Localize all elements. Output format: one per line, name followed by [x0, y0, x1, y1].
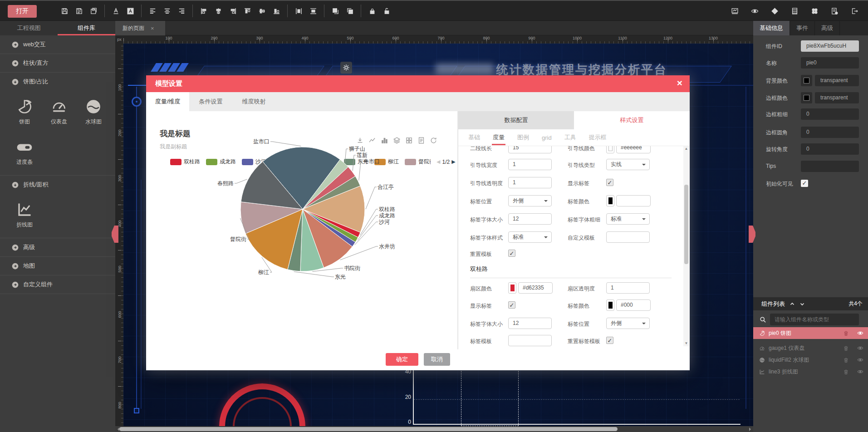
- properties-tab-基础信息[interactable]: 基础信息: [753, 21, 790, 35]
- components-button[interactable]: [809, 5, 820, 17]
- diamond-button[interactable]: [769, 5, 780, 17]
- confirm-button[interactable]: 确定: [386, 353, 418, 366]
- section-header-折线/面积[interactable]: 折线/面积: [0, 176, 115, 194]
- visibility-eye-icon[interactable]: [857, 357, 863, 363]
- left-panel-tab-组件库[interactable]: 组件库: [58, 21, 115, 35]
- delete-icon[interactable]: [843, 345, 849, 351]
- form-scrollbar-thumb[interactable]: [684, 185, 688, 264]
- input-标签字体大小[interactable]: 12: [508, 213, 552, 225]
- config-subtab-提示框[interactable]: 提示框: [588, 130, 608, 145]
- property-input-名称[interactable]: pie0: [801, 57, 859, 69]
- align-right-button[interactable]: [227, 5, 239, 17]
- select-标签字体样式[interactable]: 标准: [508, 231, 552, 243]
- config-subtab-图例[interactable]: 图例: [516, 130, 530, 145]
- visibility-eye-icon[interactable]: [857, 330, 863, 336]
- eye-button[interactable]: [749, 5, 760, 17]
- component-list-item-line3 折线图[interactable]: line3 折线图: [753, 366, 868, 378]
- page-tab[interactable]: 新的页面 ×: [115, 21, 165, 35]
- component-item-水球图[interactable]: 水球图: [76, 97, 111, 126]
- config-subtab-工具[interactable]: 工具: [564, 130, 577, 145]
- align-center-h-button[interactable]: [212, 5, 224, 17]
- exit-button[interactable]: [848, 5, 860, 17]
- checkbox-初始化可见[interactable]: ✓: [801, 180, 808, 187]
- input-标签字体大小[interactable]: 12: [508, 318, 552, 329]
- scrollbar-thumb[interactable]: [119, 427, 618, 431]
- input-标签颜色[interactable]: [616, 195, 651, 206]
- visibility-eye-icon[interactable]: [857, 345, 863, 351]
- input-扇区透明度[interactable]: 1: [606, 282, 650, 294]
- color-swatch-引导线颜色[interactable]: [606, 146, 614, 153]
- config-tab-数据配置[interactable]: 数据配置: [458, 111, 574, 129]
- config-subtab-基础[interactable]: 基础: [467, 130, 481, 145]
- scroll-right-arrow-icon[interactable]: [749, 427, 753, 431]
- layout-panel-button[interactable]: [789, 5, 800, 17]
- input-二段线长[interactable]: 15: [508, 146, 552, 153]
- cancel-button[interactable]: 取消: [424, 353, 450, 366]
- property-input-背景颜色[interactable]: transparent: [815, 75, 859, 86]
- input-引导线透明度[interactable]: 1: [508, 177, 552, 188]
- color-swatch-标签颜色[interactable]: [606, 195, 614, 206]
- checkbox-重置标签模板[interactable]: ✓: [606, 337, 613, 344]
- canvas-horizontal-scrollbar[interactable]: [115, 426, 753, 432]
- data-export-button[interactable]: [829, 5, 840, 17]
- text-align-left-button[interactable]: [147, 5, 158, 17]
- component-item-饼图[interactable]: 饼图: [7, 97, 42, 126]
- send-backward-button[interactable]: [344, 5, 356, 17]
- section-header-地图[interactable]: 地图: [0, 257, 115, 275]
- input-标签颜色[interactable]: #000: [616, 299, 651, 311]
- input-引导线宽度[interactable]: 1: [508, 159, 552, 170]
- form-scrollbar[interactable]: ▲ ▼: [683, 146, 689, 346]
- property-input-边框圆角[interactable]: 0: [801, 127, 859, 138]
- component-list-item-pie0 饼图[interactable]: pie0 饼图: [753, 327, 868, 339]
- lock-button[interactable]: [366, 5, 378, 17]
- config-tab-样式设置[interactable]: 样式设置: [574, 111, 690, 129]
- delete-icon[interactable]: [843, 357, 849, 363]
- checkbox-显示标签[interactable]: ✓: [606, 179, 613, 186]
- left-panel-tab-工程视图[interactable]: 工程视图: [0, 21, 58, 35]
- property-input-Tips[interactable]: [801, 161, 859, 172]
- modal-tab-维度映射[interactable]: 维度映射: [232, 92, 275, 111]
- underline-a-button[interactable]: [110, 5, 122, 17]
- section-header-web交互[interactable]: web交互: [0, 35, 115, 54]
- component-list-item-gauge1 仪表盘[interactable]: gauge1 仪表盘: [753, 342, 868, 354]
- distribute-v-button[interactable]: [307, 5, 319, 17]
- dashboard-gear-button[interactable]: [340, 62, 352, 74]
- text-align-center-button[interactable]: [161, 5, 173, 17]
- properties-tab-事件[interactable]: 事件: [790, 21, 815, 35]
- modal-tab-条件设置[interactable]: 条件设置: [189, 92, 232, 111]
- input-扇区颜色[interactable]: #d62335: [518, 282, 553, 294]
- align-middle-v-button[interactable]: [256, 5, 268, 17]
- scroll-up-arrow-icon[interactable]: ▲: [683, 146, 689, 152]
- select-引导线类型[interactable]: 实线: [606, 159, 650, 170]
- select-标签字体粗细[interactable]: 标准: [606, 213, 650, 225]
- property-input-旋转角度[interactable]: 0: [801, 143, 859, 155]
- section-header-高级[interactable]: 高级: [0, 238, 115, 256]
- delete-icon[interactable]: [843, 330, 849, 336]
- align-top-button[interactable]: [241, 5, 253, 17]
- modal-close-icon[interactable]: ×: [677, 78, 682, 88]
- preview-image-button[interactable]: [729, 5, 740, 17]
- scroll-down-arrow-icon[interactable]: ▼: [683, 341, 689, 346]
- modal-tab-度量/维度[interactable]: 度量/维度: [146, 92, 189, 111]
- select-标签位置[interactable]: 外侧: [606, 318, 650, 329]
- delete-icon[interactable]: [843, 369, 849, 375]
- save-button[interactable]: [59, 5, 70, 17]
- chevron-up-icon[interactable]: [790, 301, 795, 307]
- pie-chart[interactable]: 盐市口狮子山莲新牛市口合江亭双桂路成龙路沙河水井坊书院街东光柳江督院街春熙路: [146, 111, 458, 299]
- page-tab-close-icon[interactable]: ×: [151, 25, 154, 32]
- section-header-饼图/占比[interactable]: 饼图/占比: [0, 73, 115, 91]
- scroll-left-arrow-icon[interactable]: [116, 427, 119, 431]
- checkbox-显示标签[interactable]: ✓: [508, 301, 515, 309]
- input-标签模板[interactable]: [508, 335, 552, 346]
- bring-forward-button[interactable]: [329, 5, 341, 17]
- component-item-进度条[interactable]: 进度条: [7, 137, 42, 166]
- config-subtab-度量[interactable]: 度量: [492, 130, 505, 145]
- input-自定义模板[interactable]: [606, 231, 650, 243]
- unlock-button[interactable]: [381, 5, 392, 17]
- align-bottom-button[interactable]: [270, 5, 282, 17]
- properties-tab-高级[interactable]: 高级: [815, 21, 840, 35]
- select-标签位置[interactable]: 外侧: [508, 195, 552, 206]
- visibility-eye-icon[interactable]: [857, 368, 863, 375]
- distribute-h-button[interactable]: [293, 5, 304, 17]
- config-subtab-grid[interactable]: grid: [541, 131, 553, 145]
